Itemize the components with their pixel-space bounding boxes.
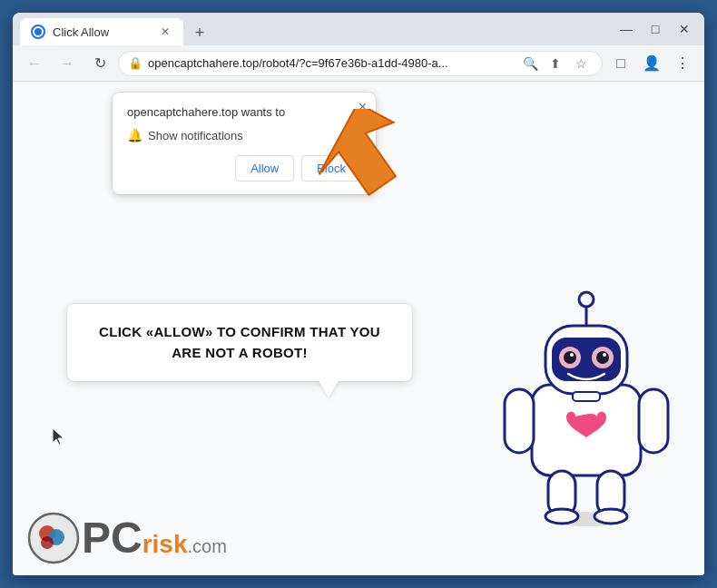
active-tab[interactable]: Click Allow ✕ <box>20 18 183 45</box>
pcrisk-magnifier-icon <box>27 512 80 564</box>
pcrisk-logo: PCrisk.com <box>27 512 227 564</box>
lock-icon: 🔒 <box>128 56 142 70</box>
tab-close-button[interactable]: ✕ <box>158 24 172 39</box>
bookmark-icon[interactable]: ☆ <box>569 52 593 75</box>
svg-point-24 <box>41 536 54 549</box>
bubble-text: CLICK «ALLOW» TO CONFIRM THAT YOU ARE NO… <box>89 322 390 363</box>
maximize-button[interactable]: □ <box>643 16 668 42</box>
search-icon[interactable]: 🔍 <box>518 52 542 75</box>
extensions-icon[interactable]: □ <box>606 49 635 78</box>
svg-point-10 <box>564 351 576 364</box>
allow-button[interactable]: Allow <box>235 155 294 181</box>
new-tab-button[interactable]: + <box>187 20 212 45</box>
title-bar: Click Allow ✕ + — □ ✕ <box>13 13 704 45</box>
svg-rect-15 <box>505 389 534 453</box>
reload-button[interactable]: ↻ <box>85 49 114 78</box>
robot-svg <box>496 276 677 530</box>
speech-bubble: CLICK «ALLOW» TO CONFIRM THAT YOU ARE NO… <box>67 304 412 381</box>
svg-point-12 <box>570 353 574 357</box>
forward-button[interactable]: → <box>53 49 82 78</box>
svg-rect-16 <box>639 389 668 453</box>
tab-title: Click Allow <box>53 25 109 39</box>
bell-icon: 🔔 <box>127 128 142 142</box>
address-actions: 🔍 ⬆ ☆ <box>518 52 593 75</box>
svg-point-6 <box>579 292 594 307</box>
close-button[interactable]: ✕ <box>672 16 697 42</box>
address-bar[interactable]: 🔒 opencaptchahere.top/robot4/?c=9f67e36b… <box>118 51 603 76</box>
mouse-cursor <box>51 426 69 453</box>
tab-favicon <box>31 24 45 39</box>
minimize-button[interactable]: — <box>614 16 639 42</box>
menu-icon[interactable]: ⋮ <box>668 49 697 78</box>
profile-icon[interactable]: 👤 <box>637 49 666 78</box>
show-notifications-label: Show notifications <box>148 129 243 142</box>
navigation-bar: ← → ↻ 🔒 opencaptchahere.top/robot4/?c=9f… <box>13 45 704 82</box>
orange-arrow-icon <box>312 109 421 218</box>
svg-point-11 <box>596 351 609 364</box>
pc-letters: PC <box>82 514 142 562</box>
url-text: opencaptchahere.top/robot4/?c=9f67e36b-a… <box>148 56 513 70</box>
pc-com: .com <box>188 536 227 556</box>
arrow-container <box>312 109 421 221</box>
browser-window: Click Allow ✕ + — □ ✕ ← → ↻ 🔒 opencaptch… <box>13 13 704 575</box>
toolbar-right: □ 👤 ⋮ <box>606 49 697 78</box>
svg-rect-14 <box>573 392 600 401</box>
svg-point-13 <box>603 353 606 357</box>
back-button[interactable]: ← <box>20 49 49 78</box>
page-content: × opencaptchahere.top wants to 🔔 Show no… <box>13 82 704 575</box>
window-controls: — □ ✕ <box>614 16 697 42</box>
svg-marker-1 <box>312 109 419 211</box>
pc-risk: risk <box>142 530 188 558</box>
svg-point-19 <box>545 509 578 524</box>
robot-illustration <box>496 276 677 530</box>
svg-point-20 <box>594 509 627 524</box>
share-icon[interactable]: ⬆ <box>544 52 567 75</box>
pcrisk-text: PCrisk.com <box>82 516 227 560</box>
tab-strip: Click Allow ✕ + <box>20 13 606 45</box>
